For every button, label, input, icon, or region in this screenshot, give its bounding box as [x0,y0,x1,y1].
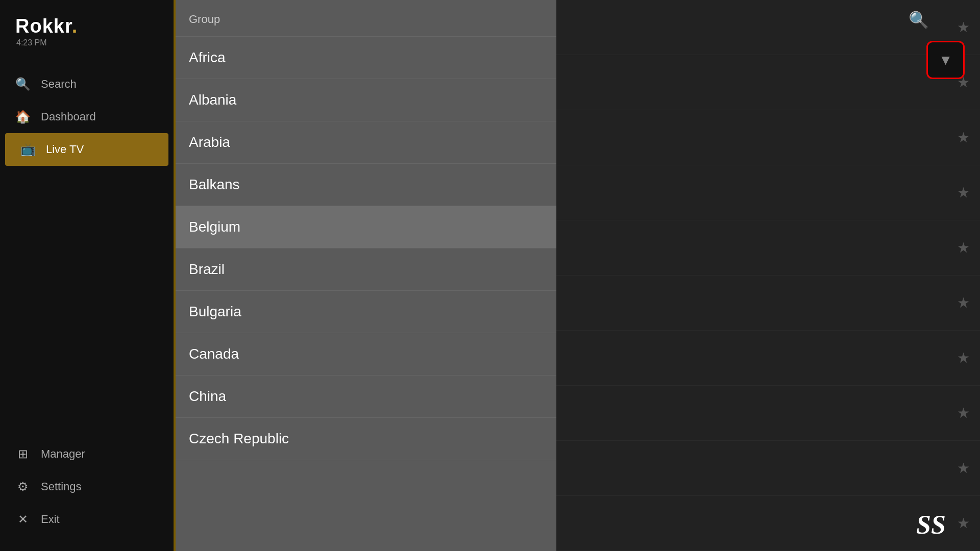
favorite-star[interactable]: ★ [957,405,970,421]
sidebar-nav: 🔍 Search 🏠 Dashboard 📺 Live TV [0,53,174,438]
app-logo: Rokkr. [15,15,78,37]
group-dropdown-header: Group [174,0,556,37]
live-tv-label: Live TV [46,143,84,156]
group-item-label: Albania [189,92,236,108]
sidebar: Rokkr. 4:23 PM 🔍 Search 🏠 Dashboard 📺 Li… [0,0,174,551]
search-icon: 🔍 [909,11,929,29]
favorite-star[interactable]: ★ [957,460,970,477]
group-item-label: Czech Republic [189,431,289,446]
group-item-bulgaria[interactable]: Bulgaria [174,291,556,333]
group-item-label: Belgium [189,219,240,235]
favorite-star[interactable]: ★ [957,349,970,366]
manager-icon: ⊞ [15,447,31,461]
chevron-down-icon: ▼ [939,52,953,68]
group-item-albania[interactable]: Albania [174,79,556,121]
group-item-brazil[interactable]: Brazil [174,248,556,291]
favorite-star[interactable]: ★ [957,19,970,36]
main-content: ★ ★ ★ ★ ★ ★ ★ ★ ★ ★ 🔍 ▼ Group Africa Alb… [174,0,980,551]
group-item-czech-republic[interactable]: Czech Republic [174,418,556,460]
group-item-china[interactable]: China [174,375,556,418]
sidebar-item-settings[interactable]: ⚙ Settings [0,470,174,503]
group-item-belgium[interactable]: Belgium [174,206,556,248]
group-item-label: Canada [189,346,239,362]
sidebar-item-manager[interactable]: ⊞ Manager [0,438,174,470]
dashboard-label: Dashboard [41,110,96,123]
group-item-label: Brazil [189,261,225,277]
favorite-star[interactable]: ★ [957,294,970,311]
bottom-logo: SS [914,508,965,541]
sidebar-bottom: ⊞ Manager ⚙ Settings ✕ Exit [0,438,174,551]
group-dropdown-overlay: Group Africa Albania Arabia Balkans Belg… [174,0,556,551]
sidebar-item-live-tv[interactable]: 📺 Live TV [5,133,168,166]
logo-dot: . [72,15,78,37]
group-item-africa[interactable]: Africa [174,37,556,79]
search-label: Search [41,78,77,91]
app-name: Rokkr [15,15,72,37]
group-item-label: Bulgaria [189,304,241,319]
global-search-button[interactable]: 🔍 [909,10,929,30]
sidebar-item-search[interactable]: 🔍 Search [0,68,174,101]
exit-label: Exit [41,513,60,526]
live-tv-icon: 📺 [20,142,36,157]
settings-icon: ⚙ [15,480,31,494]
favorite-star[interactable]: ★ [957,129,970,146]
favorite-star[interactable]: ★ [957,184,970,201]
exit-icon: ✕ [15,512,31,527]
group-item-balkans[interactable]: Balkans [174,164,556,206]
group-dropdown-button[interactable]: ▼ [926,41,965,79]
logo-area: Rokkr. 4:23 PM [0,0,174,53]
search-icon: 🔍 [15,77,31,91]
group-item-label: Arabia [189,134,230,150]
sidebar-item-exit[interactable]: ✕ Exit [0,503,174,536]
group-item-label: Balkans [189,177,240,192]
group-item-canada[interactable]: Canada [174,333,556,375]
group-item-label: Africa [189,49,226,65]
group-item-label: China [189,388,226,404]
svg-text:SS: SS [916,510,946,539]
favorite-star[interactable]: ★ [957,239,970,256]
manager-label: Manager [41,447,85,461]
home-icon: 🏠 [15,110,31,124]
settings-label: Settings [41,480,82,493]
ss-logo-svg: SS [914,508,965,539]
app-time: 4:23 PM [15,38,47,47]
sidebar-item-dashboard[interactable]: 🏠 Dashboard [0,101,174,133]
group-item-arabia[interactable]: Arabia [174,121,556,164]
